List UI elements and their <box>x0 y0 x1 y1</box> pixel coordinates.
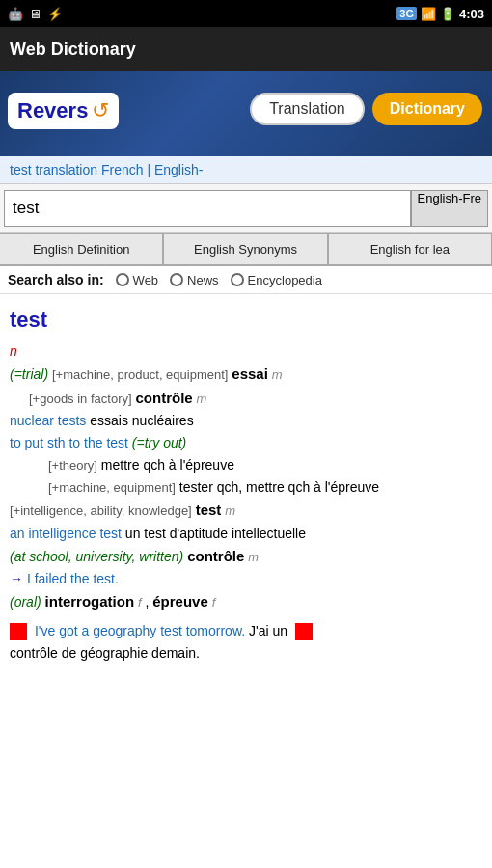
radio-news-circle <box>170 273 183 286</box>
status-bar: 🤖 🖥 ⚡ 3G 📶 🔋 4:03 <box>0 0 492 27</box>
status-icons-left: 🤖 🖥 ⚡ <box>8 7 63 21</box>
geography-test-link[interactable]: I've got a geography test tomorrow. <box>35 623 245 638</box>
right-red-square <box>295 623 313 640</box>
headword: test <box>10 304 482 336</box>
app-title: Web Dictionary <box>10 40 136 60</box>
tab-english-for[interactable]: English for lea <box>328 233 492 265</box>
example-intelligence-context: [+intelligence, ability, knowledge] test… <box>10 500 482 522</box>
subtitle-text: test translation French | English- <box>10 162 204 177</box>
example-failed: → I failed the test. <box>10 569 482 589</box>
battery-icon: 🔋 <box>440 7 455 21</box>
status-icons-right: 3G 📶 🔋 4:03 <box>396 7 484 21</box>
radio-encyclopedia-label: Encyclopedia <box>248 273 322 287</box>
nav-buttons: Translation Dictionary <box>250 93 482 125</box>
example-put-to-test: to put sth to the test (=try out) <box>10 433 482 453</box>
search-input[interactable] <box>4 190 411 227</box>
reverso-logo[interactable]: Revers ↺ <box>8 93 119 129</box>
tab-english-definition[interactable]: English Definition <box>0 233 163 265</box>
example-geography: I've got a geography test tomorrow. J'ai… <box>10 621 482 641</box>
dictionary-content: test n (=trial) [+machine, product, equi… <box>0 294 492 857</box>
radio-encyclopedia-circle <box>231 273 244 286</box>
radio-news-label: News <box>187 273 219 287</box>
dictionary-button[interactable]: Dictionary <box>372 93 482 125</box>
translation-entry-1: (=trial) [+machine, product, equipment] … <box>10 364 482 386</box>
network-indicator: 3G <box>396 7 417 20</box>
title-bar: Web Dictionary <box>0 27 492 71</box>
monitor-icon: 🖥 <box>29 7 41 21</box>
radio-encyclopedia[interactable]: Encyclopedia <box>231 273 322 287</box>
reverso-text: Revers <box>17 98 88 123</box>
android-icon: 🤖 <box>8 7 23 21</box>
usb-icon: ⚡ <box>47 7 63 21</box>
example-school: (at school, university, written) contrôl… <box>10 546 482 568</box>
part-of-speech: n <box>10 343 17 359</box>
footer-text: contrôle de géographie demain. <box>10 645 200 661</box>
search-also-label: Search also in: <box>8 272 104 287</box>
clock: 4:03 <box>459 7 484 21</box>
pos-label: n <box>10 341 482 362</box>
failed-test-link[interactable]: I failed the test. <box>27 571 119 586</box>
footer-continuation: contrôle de géographie demain. <box>10 643 482 664</box>
search-also-bar: Search also in: Web News Encyclopedia <box>0 266 492 294</box>
reverso-arrow-icon: ↺ <box>92 98 109 123</box>
translation-button[interactable]: Translation <box>250 93 365 125</box>
search-area: English-Fre <box>0 184 492 233</box>
example-oral: (oral) interrogation f , épreuve f <box>10 591 482 613</box>
signal-bars: 📶 <box>421 7 436 21</box>
banner: Revers ↺ Translation Dictionary <box>0 71 492 156</box>
nuclear-tests-link[interactable]: nuclear tests <box>10 413 86 428</box>
translation-entry-2: [+goods in factory] contrôle m <box>10 388 482 410</box>
example-nuclear: nuclear tests essais nucléaires <box>10 411 482 431</box>
radio-web-circle <box>116 273 129 286</box>
tab-bar: English Definition English Synonyms Engl… <box>0 233 492 266</box>
tab-english-synonyms[interactable]: English Synonyms <box>163 233 327 265</box>
radio-news[interactable]: News <box>170 273 219 287</box>
put-to-test-link[interactable]: to put sth to the test <box>10 435 128 450</box>
example-machine: [+machine, equipment] tester qch, mettre… <box>10 477 482 498</box>
example-theory: [+theory] mettre qch à l'épreuve <box>10 455 482 475</box>
radio-web-label: Web <box>133 273 159 287</box>
subtitle-bar: test translation French | English- <box>0 156 492 184</box>
left-red-square <box>10 623 27 640</box>
language-selector[interactable]: English-Fre <box>411 190 488 227</box>
example-intelligence-test: an intelligence test un test d'aptitude … <box>10 524 482 544</box>
radio-web[interactable]: Web <box>116 273 159 287</box>
intelligence-test-link[interactable]: an intelligence test <box>10 526 122 541</box>
